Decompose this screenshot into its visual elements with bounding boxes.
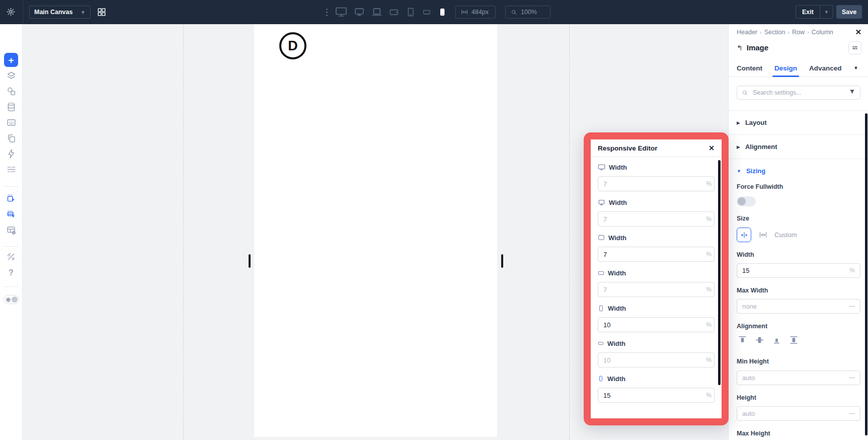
modal-scrollbar[interactable]	[718, 160, 721, 385]
width-input-phone[interactable]	[598, 388, 715, 403]
sidebar-divider	[4, 246, 18, 247]
field-label: Width	[608, 269, 626, 277]
page-preview[interactable]: D	[254, 24, 497, 437]
left-sidebar: +	[0, 24, 23, 440]
exit-button[interactable]: Exit	[796, 6, 820, 18]
device-tablet-landscape-icon[interactable]	[389, 7, 399, 17]
device-phone-icon-active[interactable]	[438, 8, 447, 17]
responsive-width-field: Width %	[598, 339, 718, 368]
width-input[interactable]	[737, 263, 860, 278]
tabs-chevron-down-icon[interactable]: ▼	[854, 65, 858, 70]
panel-close-icon[interactable]: ✕	[855, 28, 861, 37]
responsive-editor-close-icon[interactable]: ✕	[708, 144, 715, 152]
breadcrumb-header[interactable]: Header	[737, 29, 757, 36]
kebab-menu-icon[interactable]	[326, 9, 328, 16]
top-toolbar: Main Canvas ▼	[0, 0, 868, 24]
phone-landscape-icon	[598, 340, 604, 346]
logo-letter: D	[288, 38, 298, 54]
tab-design[interactable]: Design	[774, 59, 797, 77]
canvas-width-value: 484px	[471, 9, 489, 16]
breadcrumb-section[interactable]: Section	[764, 29, 785, 36]
width-input-desktop[interactable]	[598, 211, 715, 227]
device-tablet-icon[interactable]	[406, 7, 416, 17]
collapsed-arrow-icon: ▶	[737, 120, 740, 125]
site-logo-image[interactable]: D	[279, 32, 306, 59]
section-layout[interactable]: ▶ Layout	[729, 110, 868, 134]
breadcrumb-column[interactable]: Column	[812, 29, 833, 36]
force-fullwidth-toggle[interactable]	[737, 196, 756, 206]
add-module-button[interactable]: +	[4, 53, 18, 67]
help-icon[interactable]: ?	[5, 267, 17, 279]
select-module-tool-icon[interactable]	[5, 192, 17, 204]
divi-visual-builder: Main Canvas ▼	[0, 0, 868, 440]
panel-scrollbar[interactable]	[865, 113, 867, 435]
field-label: Width	[608, 305, 626, 312]
device-desktop-icon[interactable]	[354, 7, 365, 18]
panel-dock-icon[interactable]	[848, 41, 861, 54]
search-icon	[742, 90, 748, 96]
search-settings-input[interactable]	[752, 89, 845, 97]
tab-content[interactable]: Content	[737, 59, 762, 77]
responsive-width-field: Width %	[598, 374, 718, 403]
zoom-control[interactable]: 100%	[505, 6, 550, 19]
canvas-resize-handle-right[interactable]	[501, 254, 503, 268]
max-width-input[interactable]	[737, 299, 860, 314]
align-top-icon[interactable]	[738, 335, 747, 347]
keyboard-shortcuts-icon[interactable]	[5, 116, 17, 128]
builder-mode-toggle[interactable]	[4, 295, 19, 304]
device-desktop-xl-icon[interactable]	[335, 6, 347, 18]
tab-advanced[interactable]: Advanced	[809, 59, 842, 77]
section-label: Sizing	[746, 167, 765, 175]
height-label: Height	[737, 394, 756, 401]
layers-icon[interactable]	[5, 69, 17, 82]
min-height-input[interactable]	[737, 371, 860, 385]
size-fill-button[interactable]	[757, 228, 769, 242]
grid-view-icon[interactable]	[97, 8, 106, 19]
canvas-width-control[interactable]: 484px	[455, 6, 496, 19]
device-phone-landscape-icon[interactable]	[422, 8, 431, 17]
back-arrow-icon[interactable]: ↰	[737, 44, 743, 51]
tablet-icon	[598, 305, 604, 312]
width-input-tablet-landscape[interactable]	[598, 282, 715, 297]
copy-pages-icon[interactable]	[5, 132, 17, 144]
save-button[interactable]: Save	[836, 5, 862, 19]
device-laptop-icon[interactable]	[371, 7, 382, 18]
breadcrumb-row[interactable]: Row	[792, 29, 805, 36]
tools-icon[interactable]	[5, 251, 17, 263]
field-label: Width	[607, 375, 625, 383]
width-input-desktop-xl[interactable]	[598, 176, 715, 191]
field-label: Width	[609, 199, 627, 206]
breadcrumb: Header› Section› Row› Column	[737, 29, 833, 36]
settings-tabs: Content Design Advanced ▼	[729, 59, 868, 77]
settings-list-icon[interactable]	[5, 163, 17, 175]
canvas-resize-handle-left[interactable]	[249, 254, 251, 268]
height-input[interactable]	[737, 406, 860, 421]
canvas-selector-dropdown[interactable]: Main Canvas ▼	[29, 6, 91, 19]
max-width-field: —	[737, 299, 860, 314]
section-alignment[interactable]: ▶ Alignment	[729, 134, 868, 159]
laptop-icon	[598, 234, 605, 241]
builder-settings-gear-icon[interactable]	[6, 7, 16, 17]
layout-settings-icon[interactable]	[5, 224, 17, 236]
align-stretch-icon[interactable]	[789, 335, 799, 347]
width-input-phone-landscape[interactable]	[598, 352, 715, 368]
filter-funnel-icon[interactable]	[849, 88, 855, 97]
gear-icon	[6, 297, 11, 303]
select-row-tool-icon[interactable]	[5, 208, 17, 220]
design-presets-icon[interactable]	[5, 85, 17, 97]
max-width-label: Max Width	[737, 287, 768, 294]
align-middle-icon[interactable]	[755, 335, 764, 347]
width-input-laptop[interactable]	[598, 247, 715, 262]
size-custom-option[interactable]: Custom	[774, 231, 797, 239]
width-input-tablet[interactable]	[598, 317, 715, 332]
database-icon[interactable]	[5, 101, 17, 113]
responsive-editor-title: Responsive Editor	[598, 144, 658, 152]
align-bottom-icon[interactable]	[772, 335, 781, 347]
exit-dropdown-chevron-icon[interactable]: ▼	[820, 6, 833, 18]
interactions-lightning-icon[interactable]	[5, 148, 17, 160]
min-height-label: Min Height	[737, 358, 769, 365]
height-field: —	[737, 406, 860, 421]
sidebar-divider	[4, 186, 18, 187]
size-fit-button[interactable]	[737, 228, 751, 242]
section-sizing[interactable]: ▼ Sizing	[729, 159, 868, 183]
